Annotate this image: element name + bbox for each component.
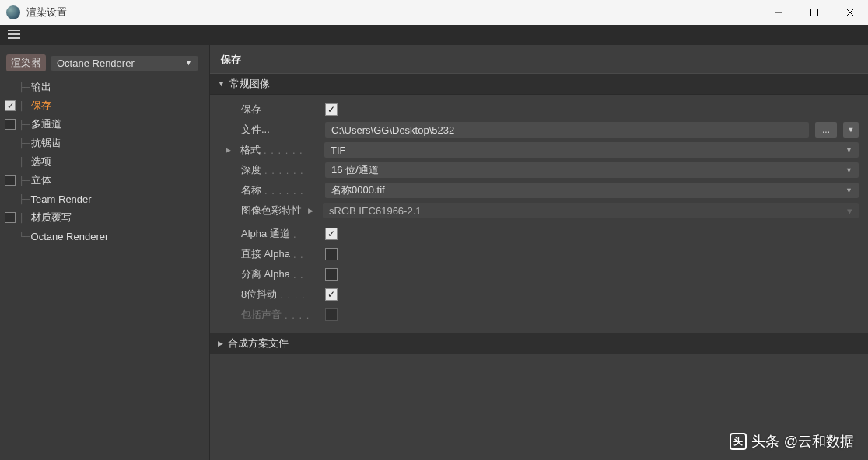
main-area: 渲染器 Octane Renderer ▼ ├─输出├─保存├─多通道├─抗锯齿… xyxy=(0,45,868,460)
svg-rect-1 xyxy=(811,9,818,16)
window-titlebar: 渲染设置 xyxy=(0,0,868,25)
row-format: ▶ 格式 . . . . . . TIF ▼ xyxy=(226,140,859,160)
chevron-down-icon: ▼ xyxy=(218,80,225,88)
chevron-down-icon: ▼ xyxy=(845,146,852,154)
content-panel: 保存 ▼ 常规图像 保存 文件... C:\Users\GG\Desktop\5… xyxy=(210,45,868,460)
sidebar-item-label: 多通道 xyxy=(31,117,61,131)
tree-branch-icon: ├─ xyxy=(19,120,30,129)
row-dither: 8位抖动 . . . . xyxy=(226,284,859,305)
maximize-button[interactable] xyxy=(796,0,832,25)
profile-label: 图像色彩特性 xyxy=(241,204,302,218)
sidebar-item[interactable]: ├─选项 xyxy=(2,152,201,171)
renderer-select[interactable]: Octane Renderer ▼ xyxy=(51,56,198,71)
section-body-regular-image: 保存 文件... C:\Users\GG\Desktop\5232 ... ▼ … xyxy=(210,95,868,333)
sidebar-item-checkbox[interactable] xyxy=(5,119,16,130)
hamburger-icon[interactable] xyxy=(8,28,20,42)
file-path-input[interactable]: C:\Users\GG\Desktop\5232 xyxy=(325,122,809,138)
renderer-label: 渲染器 xyxy=(6,54,46,71)
sidebar-item[interactable]: ├─Team Render xyxy=(2,190,201,208)
sidebar-tree: ├─输出├─保存├─多通道├─抗锯齿├─选项├─立体├─Team Render├… xyxy=(2,78,201,246)
sound-label: 包括声音 xyxy=(241,308,282,322)
chevron-right-icon: ▶ xyxy=(218,340,223,347)
chevron-right-icon[interactable]: ▶ xyxy=(308,207,313,214)
chevron-down-icon: ▼ xyxy=(845,166,852,174)
sidebar-item[interactable]: └─Octane Renderer xyxy=(2,227,201,246)
sidebar-item-label: 材质覆写 xyxy=(31,211,72,225)
alpha-label: Alpha 通道 xyxy=(241,227,290,241)
row-file: 文件... C:\Users\GG\Desktop\5232 ... ▼ xyxy=(226,120,859,140)
sep-alpha-label: 分离 Alpha xyxy=(241,267,290,281)
sidebar-item-label: 抗锯齿 xyxy=(31,136,61,150)
chevron-down-icon: ▾ xyxy=(847,205,852,217)
sidebar-item[interactable]: ├─材质覆写 xyxy=(2,208,201,227)
row-profile: 图像色彩特性 ▶ sRGB IEC61966-2.1 ▾ xyxy=(226,200,859,221)
watermark-prefix: 头条 xyxy=(751,432,779,451)
section-header-compositing[interactable]: ▶ 合成方案文件 xyxy=(210,333,868,354)
chevron-down-icon: ▼ xyxy=(845,186,852,194)
file-label: 文件... xyxy=(241,123,270,137)
tree-branch-icon: ├─ xyxy=(19,101,30,110)
alpha-checkbox[interactable] xyxy=(325,228,338,240)
window-title: 渲染设置 xyxy=(26,5,761,19)
menu-bar xyxy=(0,25,868,45)
sidebar-item-label: Octane Renderer xyxy=(31,231,109,242)
sidebar: 渲染器 Octane Renderer ▼ ├─输出├─保存├─多通道├─抗锯齿… xyxy=(0,45,210,460)
depth-select[interactable]: 16 位/通道 ▼ xyxy=(325,162,859,178)
profile-value-field[interactable]: sRGB IEC61966-2.1 ▾ xyxy=(323,203,859,218)
sidebar-item-checkbox[interactable] xyxy=(5,175,16,186)
tree-branch-icon: ├─ xyxy=(19,194,30,204)
row-sound: 包括声音 . . . . xyxy=(226,305,859,325)
depth-label: 深度 xyxy=(241,163,261,177)
row-depth: 深度 . . . . . . 16 位/通道 ▼ xyxy=(226,160,859,180)
app-icon xyxy=(6,5,20,19)
sound-checkbox xyxy=(325,308,338,321)
tree-branch-icon: └─ xyxy=(19,232,30,241)
chevron-right-icon[interactable]: ▶ xyxy=(226,146,231,154)
watermark: 头 头条 @云和数据 xyxy=(730,432,854,451)
file-dropdown-button[interactable]: ▼ xyxy=(843,122,859,138)
watermark-icon: 头 xyxy=(730,433,747,450)
sep-alpha-checkbox[interactable] xyxy=(325,268,338,281)
tree-branch-icon: ├─ xyxy=(19,176,30,185)
sidebar-item-label: 输出 xyxy=(31,80,51,94)
sidebar-item-label: 选项 xyxy=(31,155,51,169)
chevron-down-icon: ▼ xyxy=(185,59,192,67)
row-save: 保存 xyxy=(226,99,859,120)
save-label: 保存 xyxy=(241,103,261,117)
direct-alpha-checkbox[interactable] xyxy=(325,248,338,260)
sidebar-item-checkbox[interactable] xyxy=(5,212,16,223)
dither-label: 8位抖动 xyxy=(241,288,277,301)
sidebar-item[interactable]: ├─保存 xyxy=(2,96,201,115)
row-direct-alpha: 直接 Alpha . . xyxy=(226,244,859,264)
panel-title: 保存 xyxy=(210,45,868,73)
format-select[interactable]: TIF ▼ xyxy=(324,142,859,158)
name-select[interactable]: 名称0000.tif ▼ xyxy=(325,183,859,198)
name-label: 名称 xyxy=(241,183,261,197)
renderer-value: Octane Renderer xyxy=(57,57,135,69)
sidebar-item-label: 保存 xyxy=(31,99,51,113)
sidebar-item[interactable]: ├─输出 xyxy=(2,78,201,96)
row-name: 名称 . . . . . . 名称0000.tif ▼ xyxy=(226,180,859,200)
watermark-text: @云和数据 xyxy=(784,432,854,451)
renderer-row: 渲染器 Octane Renderer ▼ xyxy=(2,51,201,78)
tree-branch-icon: ├─ xyxy=(19,82,30,92)
dither-checkbox[interactable] xyxy=(325,288,338,301)
section-title: 常规图像 xyxy=(229,77,270,91)
close-button[interactable] xyxy=(832,0,868,25)
section-title: 合成方案文件 xyxy=(228,336,289,350)
row-sep-alpha: 分离 Alpha . . xyxy=(226,264,859,284)
save-checkbox[interactable] xyxy=(325,103,338,116)
sidebar-item-checkbox[interactable] xyxy=(5,100,16,111)
sidebar-item-label: Team Render xyxy=(31,193,92,205)
sidebar-item[interactable]: ├─多通道 xyxy=(2,115,201,134)
section-header-regular-image[interactable]: ▼ 常规图像 xyxy=(210,73,868,95)
tree-branch-icon: ├─ xyxy=(19,213,30,222)
minimize-button[interactable] xyxy=(761,0,796,25)
tree-branch-icon: ├─ xyxy=(19,138,30,148)
file-browse-button[interactable]: ... xyxy=(815,122,837,138)
sidebar-item[interactable]: ├─立体 xyxy=(2,171,201,190)
tree-branch-icon: ├─ xyxy=(19,157,30,166)
row-alpha: Alpha 通道 . xyxy=(226,224,859,244)
sidebar-item[interactable]: ├─抗锯齿 xyxy=(2,134,201,152)
sidebar-item-label: 立体 xyxy=(31,173,51,187)
